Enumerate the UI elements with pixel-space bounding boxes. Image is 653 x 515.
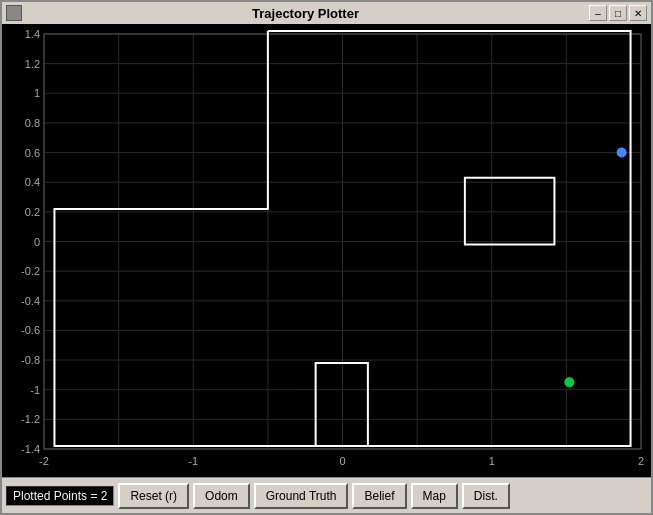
- close-button[interactable]: ✕: [629, 5, 647, 21]
- plot-area: [2, 24, 651, 477]
- plot-canvas: [2, 24, 651, 477]
- title-bar-buttons: – □ ✕: [589, 5, 647, 21]
- belief-button[interactable]: Belief: [352, 483, 406, 509]
- title-bar: Trajectory Plotter – □ ✕: [2, 2, 651, 24]
- main-window: Trajectory Plotter – □ ✕ Plotted Points …: [0, 0, 653, 515]
- map-button[interactable]: Map: [411, 483, 458, 509]
- bottom-bar: Plotted Points = 2 Reset (r) Odom Ground…: [2, 477, 651, 513]
- window-icon: [6, 5, 22, 21]
- plotted-points-label: Plotted Points = 2: [6, 486, 114, 506]
- ground-truth-button[interactable]: Ground Truth: [254, 483, 349, 509]
- odom-button[interactable]: Odom: [193, 483, 250, 509]
- reset-button[interactable]: Reset (r): [118, 483, 189, 509]
- dist-button[interactable]: Dist.: [462, 483, 510, 509]
- maximize-button[interactable]: □: [609, 5, 627, 21]
- minimize-button[interactable]: –: [589, 5, 607, 21]
- title-bar-left: [6, 5, 22, 21]
- window-title: Trajectory Plotter: [22, 6, 589, 21]
